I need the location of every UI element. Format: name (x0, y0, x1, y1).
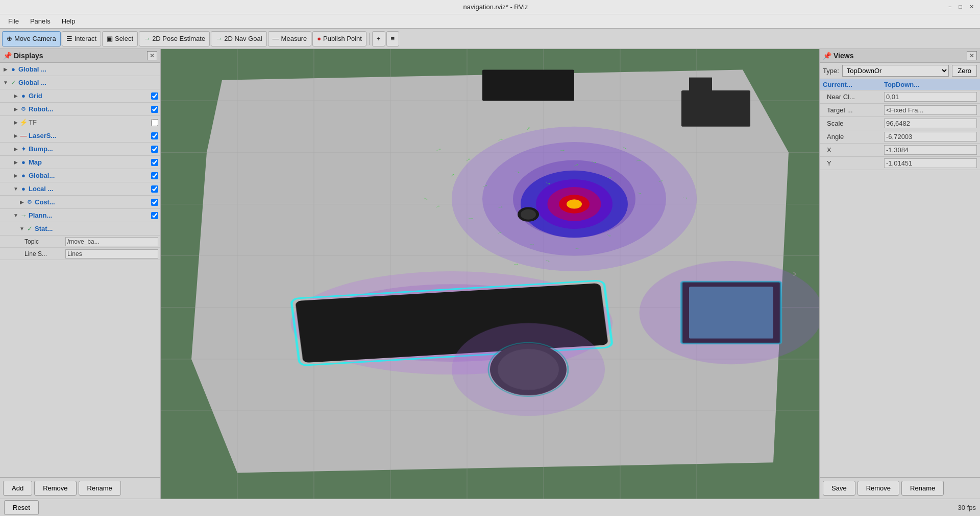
measure-button[interactable]: — Measure (268, 31, 312, 46)
prop-val-lines[interactable]: Lines (65, 249, 158, 259)
display-check-global3[interactable] (151, 172, 158, 179)
view-prop-target[interactable]: Target ... <Fixed Fra... (820, 104, 980, 117)
display-item-map[interactable]: ▶ ● Map (0, 156, 160, 169)
nav-goal-button[interactable]: → 2D Nav Goal (211, 31, 266, 46)
svg-text:→: → (512, 261, 520, 267)
select-button[interactable]: ▣ Select (102, 31, 138, 46)
svg-text:→: → (681, 195, 690, 201)
display-check-tf[interactable] (151, 119, 158, 126)
display-item-laser[interactable]: ▶ — LaserS... (0, 129, 160, 143)
view-prop-angle[interactable]: Angle -6,72003 (820, 130, 980, 144)
display-check-robot[interactable] (151, 106, 158, 113)
display-check-map[interactable] (151, 159, 158, 166)
view-key-angle: Angle (823, 133, 884, 140)
current-view-col1: Current... (823, 81, 884, 88)
pose-estimate-icon: → (143, 35, 150, 42)
display-item-stat[interactable]: ▼ ✓ Stat... (0, 222, 160, 236)
svg-rect-17 (689, 78, 712, 98)
map-viewport[interactable]: → → → → → → → → → → → → → → → → → → → → (161, 49, 819, 499)
rename-view-button[interactable]: Rename (901, 481, 944, 496)
display-item-grid[interactable]: ▶ ● Grid (0, 89, 160, 103)
current-view-row[interactable]: Current... TopDown... (820, 79, 980, 90)
display-item-tf[interactable]: ▶ ⚡ TF (0, 116, 160, 129)
display-check-plann[interactable] (151, 212, 158, 219)
select-label: Select (115, 35, 133, 42)
menu-file[interactable]: File (3, 16, 24, 27)
display-check-laser[interactable] (151, 132, 158, 139)
display-icon-tf: ⚡ (19, 119, 28, 127)
view-val-x[interactable]: -1,3084 (884, 145, 977, 155)
remove-view-button[interactable]: Remove (857, 481, 899, 496)
add-display-button[interactable]: Add (3, 481, 32, 496)
svg-point-28 (521, 209, 536, 220)
reset-button[interactable]: Reset (4, 500, 39, 515)
display-item-local[interactable]: ▼ ● Local ... (0, 182, 160, 196)
displays-buttons: Add Remove Rename (0, 477, 160, 499)
display-label-plann: Plann... (29, 212, 151, 219)
display-item-global1[interactable]: ▶ ● Global ... (0, 63, 160, 76)
display-item-cost[interactable]: ▶ ⚙ Cost... (0, 196, 160, 209)
expand-icon-plann: ▼ (12, 212, 19, 219)
window-controls[interactable]: − □ ✕ (946, 3, 976, 11)
display-icon-laser: — (19, 132, 28, 140)
rename-display-button[interactable]: Rename (79, 481, 121, 496)
views-close-button[interactable]: ✕ (967, 51, 977, 60)
prop-val-topic[interactable]: /move_ba... (65, 237, 158, 246)
plus-icon: + (377, 35, 381, 42)
interact-button[interactable]: ☰ Interact (62, 31, 101, 46)
display-check-grid[interactable] (151, 92, 158, 100)
view-val-nearclip[interactable]: 0,01 (884, 92, 977, 102)
display-item-plann[interactable]: ▼ → Plann... (0, 209, 160, 222)
maximize-button[interactable]: □ (957, 3, 964, 11)
view-key-x: X (823, 146, 884, 154)
display-label-stat: Stat... (35, 225, 158, 232)
display-label-map: Map (29, 158, 151, 166)
zero-button[interactable]: Zero (952, 65, 977, 77)
display-label-laser: LaserS... (29, 132, 151, 139)
publish-point-button[interactable]: ● Publish Point (312, 31, 366, 46)
save-view-button[interactable]: Save (823, 481, 855, 496)
add-tool-button[interactable]: + (372, 31, 385, 46)
view-prop-y[interactable]: Y -1,01451 (820, 157, 980, 170)
view-val-y[interactable]: -1,01451 (884, 158, 977, 168)
view-val-angle[interactable]: -6,72003 (884, 132, 977, 142)
expand-icon-grid: ▶ (12, 92, 19, 100)
view-prop-scale[interactable]: Scale 96,6482 (820, 117, 980, 130)
toolbar: ⊕ Move Camera ☰ Interact ▣ Select → 2D P… (0, 29, 980, 49)
views-list: Current... TopDown... Near Cl... 0,01 Ta… (820, 79, 980, 477)
move-camera-button[interactable]: ⊕ Move Camera (2, 31, 61, 46)
property-row-topic: Topic /move_ba... (0, 236, 160, 248)
menu-help[interactable]: Help (57, 16, 81, 27)
nav-goal-icon: → (215, 35, 222, 42)
remove-display-button[interactable]: Remove (34, 481, 76, 496)
display-icon-plann: → (19, 212, 28, 220)
display-icon-map: ● (19, 158, 28, 167)
minimize-button[interactable]: − (946, 3, 953, 11)
display-item-robot[interactable]: ▶ ⚙ Robot... (0, 103, 160, 116)
display-check-bump[interactable] (151, 146, 158, 153)
pose-estimate-button[interactable]: → 2D Pose Estimate (139, 31, 210, 46)
svg-point-26 (567, 199, 582, 208)
type-dropdown[interactable]: TopDownOr (842, 65, 949, 77)
view-val-scale[interactable]: 96,6482 (884, 119, 977, 128)
menu-panels[interactable]: Panels (25, 16, 56, 27)
display-item-global3[interactable]: ▶ ● Global... (0, 169, 160, 182)
view-val-target[interactable]: <Fixed Fra... (884, 105, 977, 115)
tool-menu-button[interactable]: ≡ (386, 31, 400, 46)
displays-title-text: Displays (14, 52, 43, 60)
display-label-robot: Robot... (29, 105, 151, 113)
displays-close-button[interactable]: ✕ (147, 51, 157, 60)
interact-label: Interact (75, 35, 96, 42)
display-icon-global3: ● (19, 172, 28, 180)
display-check-local[interactable] (151, 185, 158, 193)
view-prop-x[interactable]: X -1,3084 (820, 144, 980, 157)
toolbar-separator (369, 33, 370, 45)
display-check-cost[interactable] (151, 199, 158, 206)
view-prop-nearclip[interactable]: Near Cl... 0,01 (820, 90, 980, 104)
display-item-global2[interactable]: ▼ ✓ Global ... (0, 76, 160, 89)
display-item-bump[interactable]: ▶ ✦ Bump... (0, 143, 160, 156)
display-label-bump: Bump... (29, 145, 151, 153)
close-button[interactable]: ✕ (967, 3, 976, 11)
measure-icon: — (273, 35, 279, 42)
expand-icon-global3: ▶ (12, 172, 19, 179)
